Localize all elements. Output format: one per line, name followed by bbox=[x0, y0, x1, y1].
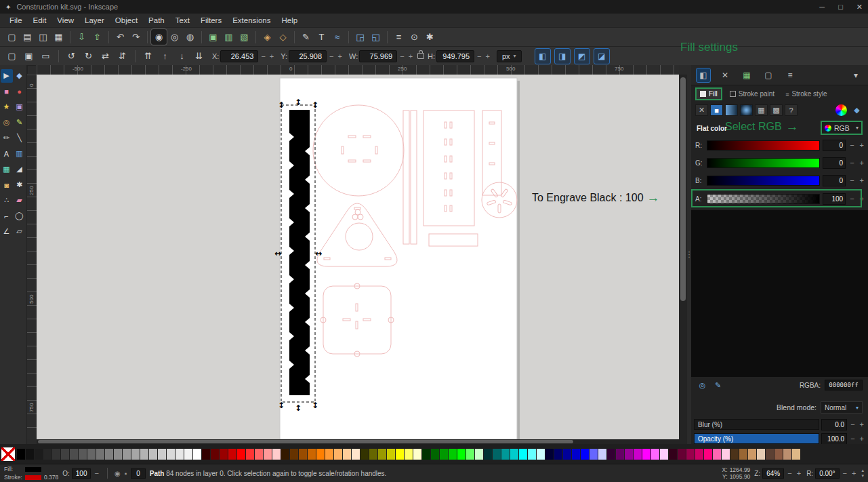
raise-to-top-icon[interactable]: ⇈ bbox=[140, 48, 156, 64]
lower-to-bottom-icon[interactable]: ⇊ bbox=[191, 48, 207, 64]
palette-swatch[interactable] bbox=[642, 449, 650, 460]
palette-swatch[interactable] bbox=[105, 449, 113, 460]
zoom-minus[interactable]: − bbox=[786, 469, 793, 477]
bucket-tool[interactable]: ◙ bbox=[1, 178, 13, 192]
palette-swatch[interactable] bbox=[651, 449, 659, 460]
blur-minus[interactable]: − bbox=[849, 420, 856, 428]
select-all-layers-icon[interactable]: ▣ bbox=[21, 48, 37, 64]
path-effects-icon[interactable]: ≈ bbox=[329, 29, 345, 45]
zoom-drawing-icon[interactable]: ◎ bbox=[167, 29, 182, 45]
tab-stroke-paint[interactable]: Stroke paint bbox=[726, 89, 778, 99]
transform-pattern-toggle[interactable]: ◪ bbox=[594, 48, 610, 64]
palette-swatch[interactable] bbox=[378, 449, 386, 460]
palette-swatch[interactable] bbox=[739, 449, 747, 460]
layer-visibility-icon[interactable]: ◉ bbox=[115, 470, 121, 477]
ellipse-tool[interactable]: ● bbox=[14, 85, 26, 98]
h-minus[interactable]: − bbox=[476, 52, 482, 60]
palette-swatch[interactable] bbox=[299, 449, 307, 460]
palette-swatch[interactable] bbox=[519, 449, 527, 460]
palette-swatch[interactable] bbox=[246, 449, 254, 460]
text-tool[interactable]: A bbox=[1, 147, 13, 161]
palette-swatch[interactable] bbox=[61, 449, 69, 460]
menu-help[interactable]: Help bbox=[276, 15, 303, 26]
redo-icon[interactable]: ↷ bbox=[128, 29, 144, 45]
wheel-small-icon[interactable]: ◎ bbox=[697, 380, 708, 391]
transform-stroke-toggle[interactable]: ◧ bbox=[535, 48, 551, 64]
horizontal-ruler[interactable]: -500-2500250500750 bbox=[37, 65, 679, 75]
transform-gradient-toggle[interactable]: ◩ bbox=[574, 48, 590, 64]
cms-icon[interactable]: ◆ bbox=[851, 104, 863, 116]
palette-swatch[interactable] bbox=[757, 449, 765, 460]
panel-menu-icon[interactable]: ▾ bbox=[849, 68, 863, 82]
layer-lock-icon[interactable]: ▪ bbox=[125, 470, 127, 477]
tab-stroke-style[interactable]: ≡ Stroke style bbox=[782, 89, 831, 99]
blur-value[interactable]: 0.0 bbox=[821, 419, 847, 430]
mesh-tool[interactable]: ▦ bbox=[1, 163, 13, 176]
opacity-value[interactable]: 100.0 bbox=[821, 433, 847, 445]
x-input[interactable]: 26.453 bbox=[220, 50, 258, 62]
vertical-ruler[interactable]: 0250500750 bbox=[27, 75, 37, 439]
rotation-plus[interactable]: + bbox=[850, 469, 857, 477]
duplicate-icon[interactable]: ▣ bbox=[205, 29, 221, 45]
w-minus[interactable]: − bbox=[398, 52, 405, 60]
transform-corners-toggle[interactable]: ◨ bbox=[554, 48, 571, 64]
palette-swatch[interactable] bbox=[440, 449, 448, 460]
palette-swatch[interactable] bbox=[695, 449, 703, 460]
palette-swatch[interactable] bbox=[493, 449, 501, 460]
green-plus[interactable]: + bbox=[859, 159, 865, 167]
palette-swatch[interactable] bbox=[1, 447, 15, 461]
statusbar-collapse-arrows[interactable]: ▴▾ bbox=[861, 468, 864, 478]
rotation-minus[interactable]: − bbox=[842, 469, 848, 477]
selector-tool[interactable]: ▶ bbox=[1, 69, 13, 83]
menu-edit[interactable]: Edit bbox=[28, 15, 52, 26]
palette-swatch[interactable] bbox=[678, 449, 686, 460]
palette-swatch[interactable] bbox=[175, 449, 184, 460]
flip-horizontal-icon[interactable]: ⇄ bbox=[98, 48, 113, 64]
calligraphy-tool[interactable]: ╲ bbox=[14, 132, 26, 145]
palette-swatch[interactable] bbox=[114, 449, 122, 460]
star-tool[interactable]: ★ bbox=[1, 100, 13, 114]
xml-editor-icon[interactable]: ◲ bbox=[352, 29, 368, 45]
clone-icon[interactable]: ▥ bbox=[221, 29, 236, 45]
palette-swatch[interactable] bbox=[572, 449, 580, 460]
zoom-tool[interactable]: ◯ bbox=[14, 209, 26, 223]
rgb-mode-dropdown[interactable]: RGB ▾ bbox=[821, 121, 863, 135]
palette-swatch[interactable] bbox=[281, 449, 289, 460]
palette-swatch[interactable] bbox=[96, 449, 104, 460]
palette-swatch[interactable] bbox=[475, 449, 483, 460]
palette-swatch[interactable] bbox=[413, 449, 421, 460]
palette-swatch[interactable] bbox=[87, 449, 96, 460]
fill-stroke-dialog-icon[interactable]: ✎ bbox=[298, 29, 314, 45]
align-dialog-icon[interactable]: ≡ bbox=[391, 29, 407, 45]
vertical-scroll-thumb[interactable] bbox=[680, 77, 686, 301]
palette-swatch[interactable] bbox=[422, 449, 430, 460]
box3d-tool[interactable]: ▣ bbox=[14, 100, 26, 114]
palette-swatch[interactable] bbox=[255, 449, 263, 460]
opacity-minus[interactable]: − bbox=[849, 435, 856, 443]
palette-swatch[interactable] bbox=[272, 449, 281, 460]
rect-tool[interactable]: ■ bbox=[1, 85, 13, 98]
green-minus[interactable]: − bbox=[848, 159, 855, 167]
document-panel-icon[interactable]: ▢ bbox=[762, 68, 775, 82]
palette-swatch[interactable] bbox=[792, 449, 800, 460]
palette-swatch[interactable] bbox=[634, 449, 642, 460]
palette-swatch[interactable] bbox=[616, 449, 624, 460]
palette-swatch[interactable] bbox=[431, 449, 439, 460]
color-wheel-icon[interactable] bbox=[835, 104, 847, 116]
palette-swatch[interactable] bbox=[449, 449, 457, 460]
y-plus[interactable]: + bbox=[337, 52, 344, 60]
fill-swatch[interactable] bbox=[25, 467, 41, 472]
palette-swatch[interactable] bbox=[581, 449, 589, 460]
text-dialog-icon[interactable]: T bbox=[314, 29, 329, 45]
print-icon[interactable]: ▦ bbox=[51, 29, 66, 45]
alpha-value[interactable]: 100 bbox=[823, 193, 846, 205]
zoom-plus[interactable]: + bbox=[795, 469, 802, 477]
node-tool[interactable]: ◆ bbox=[14, 69, 26, 83]
linear-gradient-icon[interactable] bbox=[725, 104, 738, 116]
pages-tool[interactable]: ▱ bbox=[14, 225, 26, 239]
rgba-value[interactable]: 000000ff bbox=[825, 380, 863, 390]
menu-path[interactable]: Path bbox=[143, 15, 170, 26]
palette-swatch[interactable] bbox=[510, 449, 518, 460]
fill-stroke-indicator[interactable]: Fill: Stroke: 0.378 bbox=[4, 466, 58, 481]
red-slider[interactable] bbox=[707, 140, 820, 150]
